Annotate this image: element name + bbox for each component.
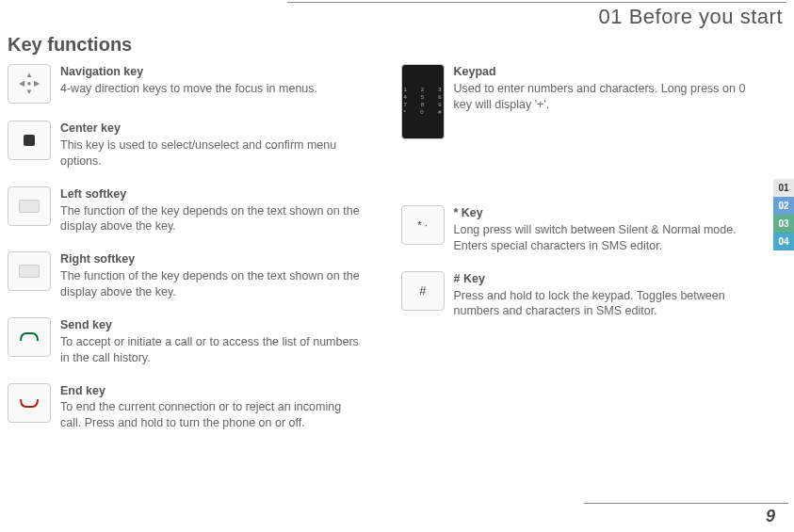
item-desc: To accept or initiate a call or to acces… bbox=[60, 334, 364, 366]
key-item: ▲◀●▶▼ Navigation key 4-way direction key… bbox=[8, 64, 364, 104]
key-item: Left softkey The function of the key dep… bbox=[8, 186, 364, 235]
keypad-icon: 123 456 789 *0# bbox=[401, 64, 445, 139]
center-key-icon bbox=[8, 121, 51, 160]
content-area: ▲◀●▶▼ Navigation key 4-way direction key… bbox=[8, 64, 756, 448]
item-title: End key bbox=[60, 383, 364, 399]
item-text: Keypad Used to enter numbers and charact… bbox=[454, 64, 757, 139]
star-key-icon: * · bbox=[401, 205, 445, 245]
item-text: * Key Long press will switch between Sil… bbox=[454, 205, 757, 254]
chapter-tab-02[interactable]: 02 bbox=[773, 197, 794, 215]
chapter-tabs: 01 02 03 04 bbox=[773, 179, 794, 250]
item-text: Right softkey The function of the key de… bbox=[60, 251, 364, 300]
chapter-tab-04[interactable]: 04 bbox=[773, 233, 794, 250]
item-desc: To end the current connection or to reje… bbox=[60, 399, 364, 431]
item-title: # Key bbox=[454, 271, 757, 287]
left-softkey-icon bbox=[8, 186, 51, 226]
item-title: Left softkey bbox=[60, 186, 364, 202]
item-desc: Used to enter numbers and characters. Lo… bbox=[454, 81, 757, 113]
key-item: * · * Key Long press will switch between… bbox=[401, 205, 757, 254]
item-text: Send key To accept or initiate a call or… bbox=[60, 317, 364, 366]
key-item: # # Key Press and hold to lock the keypa… bbox=[401, 271, 757, 320]
chapter-tab-01[interactable]: 01 bbox=[773, 179, 794, 197]
item-title: Navigation key bbox=[60, 64, 317, 80]
item-desc: 4-way direction keys to move the focus i… bbox=[60, 81, 317, 97]
footer-rule bbox=[584, 503, 788, 504]
item-text: End key To end the current connection or… bbox=[60, 383, 364, 432]
item-text: # Key Press and hold to lock the keypad.… bbox=[454, 271, 757, 320]
item-title: Center key bbox=[60, 121, 364, 137]
item-desc: The function of the key depends on the t… bbox=[60, 268, 364, 300]
item-title: * Key bbox=[454, 205, 757, 221]
item-desc: The function of the key depends on the t… bbox=[60, 203, 364, 235]
item-title: Keypad bbox=[454, 64, 757, 80]
key-item: Right softkey The function of the key de… bbox=[8, 251, 364, 300]
header-rule bbox=[287, 2, 786, 3]
right-column: 123 456 789 *0# Keypad Used to enter num… bbox=[401, 64, 757, 448]
item-text: Center key This key is used to select/un… bbox=[60, 121, 364, 169]
item-text: Navigation key 4-way direction keys to m… bbox=[60, 64, 317, 104]
chapter-tab-03[interactable]: 03 bbox=[773, 215, 794, 233]
key-item: Center key This key is used to select/un… bbox=[8, 121, 364, 169]
send-key-icon bbox=[8, 317, 51, 357]
section-title: Key functions bbox=[8, 34, 132, 56]
left-column: ▲◀●▶▼ Navigation key 4-way direction key… bbox=[8, 64, 364, 448]
key-item: Send key To accept or initiate a call or… bbox=[8, 317, 364, 366]
key-item: 123 456 789 *0# Keypad Used to enter num… bbox=[401, 64, 757, 139]
item-desc: Press and hold to lock the keypad. Toggl… bbox=[454, 288, 757, 320]
spacer bbox=[401, 156, 757, 205]
item-title: Send key bbox=[60, 317, 364, 333]
item-desc: Long press will switch between Silent & … bbox=[454, 222, 757, 254]
navigation-key-icon: ▲◀●▶▼ bbox=[8, 64, 51, 104]
page-number: 9 bbox=[766, 507, 775, 526]
end-key-icon bbox=[8, 383, 51, 423]
key-item: End key To end the current connection or… bbox=[8, 383, 364, 432]
item-title: Right softkey bbox=[60, 251, 364, 267]
item-text: Left softkey The function of the key dep… bbox=[60, 186, 364, 235]
hash-key-icon: # bbox=[401, 271, 445, 311]
right-softkey-icon bbox=[8, 251, 51, 291]
chapter-title: 01 Before you start bbox=[599, 5, 783, 29]
item-desc: This key is used to select/unselect and … bbox=[60, 137, 364, 169]
